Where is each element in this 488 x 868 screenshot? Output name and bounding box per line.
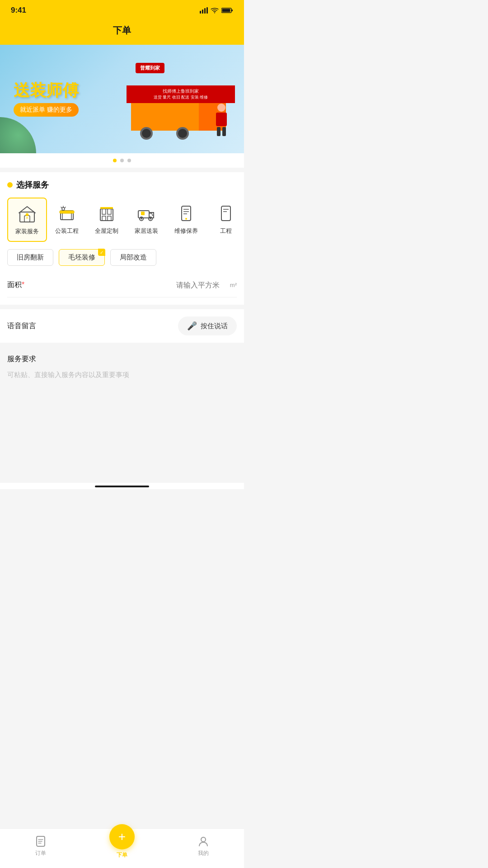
banner-left: 送装师傅 就近派单 赚的更多 — [14, 81, 122, 117]
page-title: 下单 — [113, 25, 131, 35]
service-cat-repair[interactable]: 维修保养 — [166, 198, 206, 242]
svg-rect-9 — [24, 216, 30, 222]
service-cat-engineering[interactable]: 工程 — [206, 198, 237, 242]
worker-head — [217, 104, 225, 112]
area-required-mark: * — [22, 281, 24, 288]
voice-button-label: 按住说话 — [201, 322, 228, 330]
commercial-icon — [57, 203, 77, 223]
area-input[interactable] — [154, 281, 226, 289]
truck-banner: 找师傅上鲁班到家送货 量尺 收旧 配送 安装 维修 — [127, 85, 235, 103]
area-unit: m² — [230, 282, 237, 288]
voice-section: 语音留言 🎤 按住说话 — [0, 309, 244, 343]
banner-container[interactable]: 送装师傅 就近派单 赚的更多 普耀到家 找师傅上鲁班到家送货 量尺 收旧 配送 … — [0, 45, 244, 168]
page-header: 下单 — [0, 20, 244, 45]
banner-title: 送装师傅 — [14, 81, 122, 99]
section-title-row: 选择服务 — [7, 179, 237, 190]
engineering-icon — [216, 203, 236, 223]
service-req-placeholder: 可粘贴、直接输入服务内容以及重要事项 — [7, 369, 237, 380]
svg-point-10 — [26, 213, 28, 216]
svg-point-22 — [141, 218, 142, 220]
banner-dots — [0, 153, 244, 168]
worker-figure — [212, 104, 230, 135]
delivery-label: 家居送装 — [135, 227, 158, 235]
service-req-title: 服务要求 — [7, 354, 237, 364]
section-title-text: 选择服务 — [16, 179, 49, 190]
svg-rect-6 — [231, 9, 233, 11]
repair-label: 维修保养 — [174, 227, 198, 235]
svg-point-4 — [214, 12, 215, 13]
service-cat-commercial[interactable]: 公装工程 — [47, 198, 87, 242]
voice-label: 语音留言 — [7, 321, 36, 331]
commercial-label: 公装工程 — [55, 227, 79, 235]
home-deco-label: 家装服务 — [15, 227, 39, 236]
status-bar: 9:41 — [0, 0, 244, 20]
svg-rect-15 — [102, 209, 106, 214]
area-input-wrapper: m² — [34, 281, 237, 289]
home-deco-icon — [17, 204, 37, 224]
service-cat-home-deco[interactable]: 家装服务 — [7, 198, 47, 242]
company-sign: 普耀到家 — [136, 63, 164, 73]
wifi-icon — [211, 7, 219, 14]
area-row: 面积* m² — [7, 273, 237, 297]
signal-icon — [200, 7, 208, 14]
service-categories: 家装服务 公装工程 — [7, 198, 237, 242]
status-time: 9:41 — [11, 6, 26, 15]
svg-rect-31 — [221, 206, 230, 221]
sub-tag-rough[interactable]: 毛坯装修 ✓ — [59, 249, 105, 266]
svg-point-24 — [150, 218, 151, 220]
banner-dot-1[interactable] — [113, 159, 117, 162]
sub-service-tags: 旧房翻新 毛坯装修 ✓ 局部改造 — [7, 249, 237, 266]
section-title-dot — [7, 182, 13, 188]
banner-right: 普耀到家 找师傅上鲁班到家送货 量尺 收旧 配送 安装 维修 — [122, 54, 230, 144]
truck-illustration: 普耀到家 找师傅上鲁班到家送货 量尺 收旧 配送 安装 维修 — [131, 63, 230, 144]
truck-wheel-right — [176, 127, 189, 140]
engineering-label: 工程 — [220, 227, 232, 235]
banner[interactable]: 送装师傅 就近派单 赚的更多 普耀到家 找师傅上鲁班到家送货 量尺 收旧 配送 … — [0, 45, 244, 153]
service-section: 选择服务 家装服务 — [0, 172, 244, 305]
partial-label: 局部改造 — [120, 253, 147, 261]
leaf-decoration — [0, 117, 36, 153]
svg-rect-18 — [108, 216, 111, 221]
home-bar — [95, 486, 149, 487]
banner-dot-2[interactable] — [120, 159, 124, 162]
banner-dot-3[interactable] — [127, 159, 131, 162]
svg-rect-12 — [60, 211, 74, 213]
home-indicator — [0, 483, 244, 489]
svg-rect-19 — [100, 207, 113, 209]
service-cat-delivery[interactable]: 家居送装 — [127, 198, 166, 242]
service-cat-fullhouse[interactable]: 全屋定制 — [87, 198, 127, 242]
service-req-section[interactable]: 服务要求 可粘贴、直接输入服务内容以及重要事项 — [0, 347, 244, 438]
banner-subtitle: 就近派单 赚的更多 — [14, 103, 79, 117]
svg-rect-16 — [108, 209, 111, 214]
svg-rect-7 — [222, 9, 230, 12]
svg-rect-1 — [202, 9, 203, 14]
svg-rect-25 — [141, 212, 145, 215]
battery-icon — [221, 7, 233, 14]
svg-rect-0 — [200, 11, 201, 14]
repair-icon — [176, 203, 196, 223]
fullhouse-label: 全屋定制 — [95, 227, 118, 235]
old-house-label: 旧房翻新 — [17, 253, 44, 261]
truck-wheel-left — [140, 127, 153, 140]
status-icons — [200, 7, 233, 14]
svg-rect-3 — [206, 7, 208, 14]
sub-tag-partial[interactable]: 局部改造 — [110, 249, 156, 266]
rough-label: 毛坯装修 — [68, 253, 95, 261]
worker-legs — [212, 127, 230, 136]
svg-rect-2 — [204, 8, 206, 14]
delivery-icon — [136, 203, 156, 223]
fullhouse-icon — [97, 203, 117, 223]
svg-point-30 — [185, 218, 187, 220]
worker-body — [216, 113, 227, 126]
sub-tag-old-house[interactable]: 旧房翻新 — [7, 249, 53, 266]
mic-icon: 🎤 — [187, 321, 197, 331]
area-label: 面积* — [7, 280, 34, 290]
check-icon: ✓ — [98, 249, 105, 256]
voice-button[interactable]: 🎤 按住说话 — [178, 316, 237, 335]
svg-rect-17 — [102, 216, 106, 221]
